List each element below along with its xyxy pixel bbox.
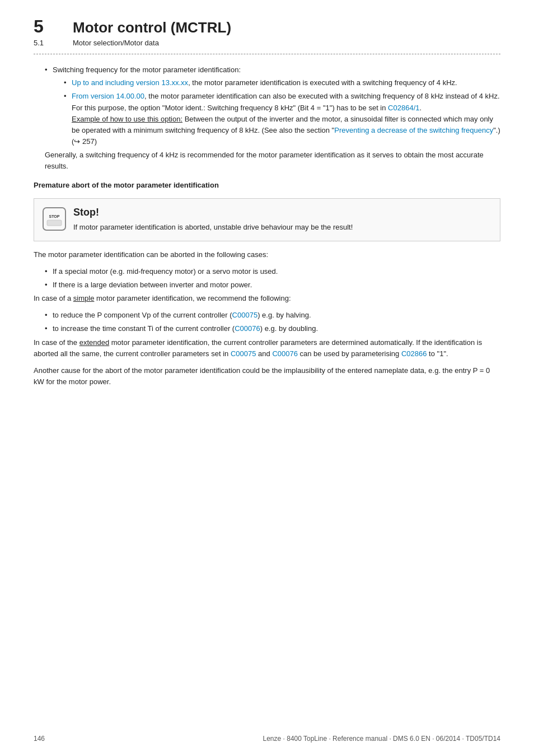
premature-abort-heading: Premature abort of the motor parameter i… bbox=[34, 180, 500, 191]
link-version-new[interactable]: From version 14.00.00 bbox=[72, 92, 144, 100]
page-number: 146 bbox=[34, 735, 45, 743]
extended-ident-para: In case of the extended motor parameter … bbox=[34, 337, 500, 360]
stop-icon: STOP bbox=[42, 207, 67, 231]
link-c00076-1[interactable]: C00076 bbox=[235, 324, 260, 333]
page: 5 Motor control (MCTRL) 5.1 Motor select… bbox=[0, 0, 534, 756]
stop-icon-svg: STOP bbox=[42, 207, 67, 231]
abort-cases-intro: The motor parameter identification can b… bbox=[34, 249, 500, 260]
simple-ident-2: to increase the time constant Ti of the … bbox=[45, 323, 500, 334]
link-c00075-1[interactable]: C00075 bbox=[232, 311, 258, 319]
bullet-switching-freq: Switching frequency for the motor parame… bbox=[45, 64, 500, 147]
link-c02864[interactable]: C02864/1 bbox=[388, 104, 419, 112]
abort-case-1: If a special motor (e.g. mid-frequency m… bbox=[45, 266, 500, 277]
sub-bullet-list: Up to and including version 13.xx.xx, th… bbox=[53, 77, 500, 147]
footer-info: Lenze · 8400 TopLine · Reference manual … bbox=[263, 735, 500, 743]
svg-rect-2 bbox=[47, 220, 62, 226]
link-version-old[interactable]: Up to and including version 13.xx.xx bbox=[72, 78, 188, 87]
general-switching-para: Generally, a switching frequency of 4 kH… bbox=[45, 150, 500, 172]
page-footer: 146 Lenze · 8400 TopLine · Reference man… bbox=[0, 735, 534, 743]
sub-header: 5.1 Motor selection/Motor data bbox=[34, 39, 500, 47]
sub-title: Motor selection/Motor data bbox=[73, 39, 159, 47]
simple-ident-list: to reduce the P component Vp of the curr… bbox=[34, 310, 500, 334]
another-cause-para: Another cause for the abort of the motor… bbox=[34, 365, 500, 388]
chapter-header: 5 Motor control (MCTRL) bbox=[34, 17, 500, 36]
divider bbox=[34, 54, 500, 54]
link-c00076-2[interactable]: C00076 bbox=[272, 349, 298, 358]
link-c00075-2[interactable]: C00075 bbox=[231, 349, 256, 358]
link-preventing[interactable]: Preventing a decrease of the switching f… bbox=[334, 126, 493, 134]
abort-cases-list: If a special motor (e.g. mid-frequency m… bbox=[34, 266, 500, 291]
main-content: Switching frequency for the motor parame… bbox=[34, 64, 500, 388]
chapter-title: Motor control (MCTRL) bbox=[73, 17, 231, 36]
stop-text: If motor parameter identification is abo… bbox=[73, 222, 353, 233]
chapter-number: 5 bbox=[34, 17, 56, 36]
example-howto-label: Example of how to use this option: bbox=[72, 115, 182, 123]
link-c02866[interactable]: C02866 bbox=[401, 349, 427, 358]
bullet-version-old: Up to and including version 13.xx.xx, th… bbox=[64, 77, 500, 88]
svg-text:STOP: STOP bbox=[49, 214, 60, 218]
stop-box: STOP Stop! If motor parameter identifica… bbox=[34, 198, 500, 241]
svg-rect-0 bbox=[43, 208, 65, 230]
stop-content-area: Stop! If motor parameter identification … bbox=[73, 207, 353, 233]
main-bullet-list: Switching frequency for the motor parame… bbox=[34, 64, 500, 147]
sub-number: 5.1 bbox=[34, 39, 73, 47]
stop-title: Stop! bbox=[73, 207, 353, 219]
abort-case-2: If there is a large deviation between in… bbox=[45, 279, 500, 291]
simple-ident-1: to reduce the P component Vp of the curr… bbox=[45, 310, 500, 321]
bullet-version-new: From version 14.00.00, the motor paramet… bbox=[64, 91, 500, 147]
simple-ident-para: In case of a simple motor parameter iden… bbox=[34, 293, 500, 304]
